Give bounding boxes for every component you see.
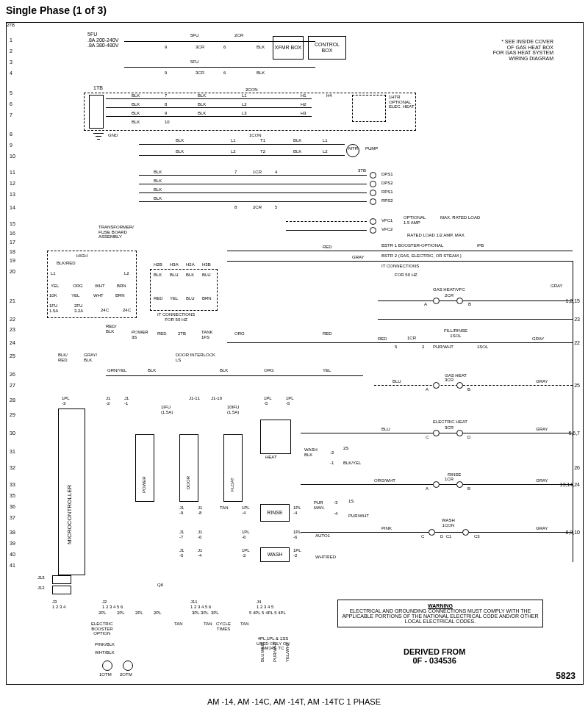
lbl: 5 4PL 5 4PL 5 4PL bbox=[249, 611, 286, 616]
lbl: PUR MAN. bbox=[314, 500, 325, 510]
lbl: J1-10 bbox=[211, 396, 222, 401]
lbl: B bbox=[468, 302, 471, 307]
lbl: 10IFU (1.5A) bbox=[227, 405, 239, 414]
lbl: GRAY bbox=[532, 336, 545, 342]
lbl: B bbox=[467, 486, 470, 492]
lbl: H2 bbox=[301, 102, 306, 107]
lbl: BLU bbox=[170, 273, 179, 278]
lbl: 1SOL bbox=[477, 345, 488, 350]
lbl: VFC2 bbox=[381, 227, 392, 232]
j13 bbox=[52, 575, 71, 584]
lbl: DPS1 bbox=[381, 172, 393, 177]
lbl: TAN bbox=[240, 622, 249, 627]
wire bbox=[139, 155, 345, 156]
lbl: 5FU bbox=[190, 60, 198, 65]
lbl: WHT bbox=[95, 284, 105, 289]
lbl: GRAY/ BLK bbox=[84, 353, 97, 362]
lbl: BLK bbox=[198, 102, 206, 107]
lbl: B bbox=[467, 387, 470, 392]
lbl: TANK 1FS bbox=[201, 330, 213, 339]
drawing-number: 5823 bbox=[556, 672, 576, 681]
lbl: MTR bbox=[348, 146, 358, 151]
lbl: BLK/ RED bbox=[58, 353, 68, 362]
lbl: BLK bbox=[148, 368, 156, 373]
lbl: FLOAT bbox=[230, 478, 235, 492]
lbl: BRN bbox=[202, 296, 212, 301]
lbl: DOOR bbox=[186, 476, 191, 489]
lbl: L2 bbox=[231, 149, 236, 154]
lbl: BLU bbox=[186, 296, 195, 301]
lbl: 2PL bbox=[135, 611, 143, 616]
lbl: YEL bbox=[71, 293, 79, 298]
terminal bbox=[370, 190, 376, 196]
lbl: CYCLE TIMES bbox=[216, 622, 231, 631]
warning-body: ELECTRICAL AND GROUNDING CONNECTIONS MUS… bbox=[341, 608, 539, 624]
footer-caption: AM -14, AM -14C, AM -14T, AM -14TC 1 PHA… bbox=[0, 694, 588, 709]
lbl: 1PL -2 bbox=[293, 548, 301, 558]
lbl: TAN bbox=[204, 622, 212, 627]
wire bbox=[286, 230, 367, 231]
lbl: PUR/WHT bbox=[348, 514, 369, 519]
lbl: BLK bbox=[257, 71, 265, 76]
warning-heading: WARNING bbox=[341, 603, 539, 608]
lbl: 2TB bbox=[178, 331, 186, 336]
lbl: IT CONNECTIONS FOR 50 HZ bbox=[157, 312, 195, 322]
lbl: Q6 bbox=[157, 583, 163, 588]
lbl: 1OTM bbox=[99, 672, 112, 677]
lbl: J1 -8 bbox=[198, 505, 202, 515]
lbl: J4 1 2 3 4 5 bbox=[257, 600, 273, 609]
lbl: 3CR bbox=[196, 71, 204, 76]
lbl: WHT/BLK bbox=[95, 650, 115, 655]
wire bbox=[139, 192, 367, 193]
lbl: 1S bbox=[348, 499, 354, 504]
row-ref: 26 bbox=[574, 465, 580, 470]
lbl: BSTR 1 BOOSTER-OPTIONAL bbox=[381, 243, 443, 248]
lbl: HIGH bbox=[76, 253, 87, 259]
lbl: 9 bbox=[165, 71, 167, 76]
wire bbox=[573, 261, 573, 562]
lbl: 1PL -5 bbox=[264, 396, 272, 406]
terminal bbox=[370, 218, 376, 225]
lbl: J3 1 2 3 4 bbox=[52, 600, 65, 609]
wire bbox=[139, 144, 345, 145]
lbl: 4PL,1PL & 1SS USED ONLY ON AM14T, TC bbox=[257, 636, 290, 651]
j12 bbox=[52, 586, 71, 594]
lbl: RED/ BLK bbox=[106, 324, 116, 334]
lbl: 24C bbox=[101, 308, 109, 313]
lbl: J13 bbox=[37, 575, 45, 580]
lbl: 1FU 1.5A bbox=[49, 303, 58, 313]
lbl: ORG/WHT bbox=[374, 478, 395, 483]
lbl: GRAY bbox=[536, 379, 548, 384]
lbl: L3 bbox=[242, 111, 247, 116]
lbl: 2PL bbox=[98, 611, 107, 616]
lbl: 3CR bbox=[445, 425, 453, 431]
lbl: J1 -5 bbox=[179, 548, 184, 558]
lbl: 2PL bbox=[117, 611, 125, 616]
lbl: 2CR bbox=[253, 205, 262, 210]
microcontroller-label: MICROCONTROLLER bbox=[67, 485, 74, 544]
lbl: J1 -7 bbox=[179, 530, 184, 539]
lbl: GRAY bbox=[551, 284, 563, 289]
lbl: 2S bbox=[343, 446, 348, 451]
lbl: BRN bbox=[117, 284, 126, 289]
note-see-inside: * SEE INSIDE COVER OF GAS HEAT BOX FOR G… bbox=[493, 39, 553, 62]
lbl: 1PL -3 bbox=[62, 396, 70, 406]
lbl: J1 -6 bbox=[198, 530, 202, 539]
lbl: 1CR bbox=[407, 336, 416, 341]
tb-block bbox=[89, 95, 104, 129]
lbl: YEL bbox=[51, 284, 59, 289]
lbl: 4 bbox=[275, 170, 277, 175]
wire bbox=[124, 67, 315, 68]
lbl: TAN bbox=[220, 505, 229, 511]
wire bbox=[227, 251, 573, 251]
heat-box bbox=[260, 420, 291, 454]
lbl: BLK bbox=[154, 170, 162, 175]
lbl: 9 bbox=[165, 45, 167, 50]
wire bbox=[227, 261, 573, 262]
lbl: 2CR bbox=[445, 293, 453, 298]
wire bbox=[301, 532, 573, 533]
lbl: T2 bbox=[260, 149, 265, 154]
lbl: D bbox=[467, 435, 470, 440]
wire bbox=[106, 98, 312, 99]
lbl: J1 -2 bbox=[106, 396, 110, 406]
